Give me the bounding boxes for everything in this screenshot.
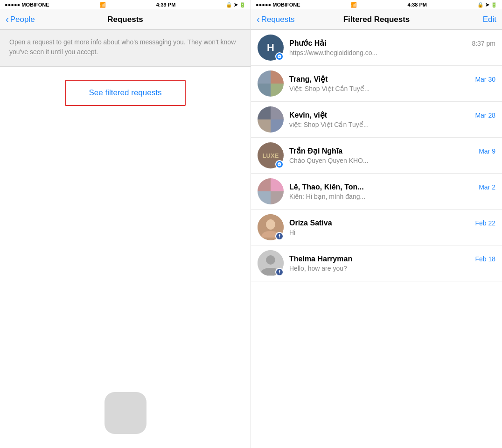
svg-point-1 xyxy=(266,219,275,230)
messenger-badge-phuoc-hai xyxy=(275,52,284,61)
contact-item-thelma-harryman[interactable]: f Thelma Harryman Feb 18 Hello, how are … xyxy=(251,245,502,281)
right-wifi-icon: 📶 xyxy=(350,2,357,8)
contact-time-kevin-viet: Mar 28 xyxy=(475,112,495,119)
contact-name-tran-dai-nghia: Trần Đại Nghĩa xyxy=(289,147,342,155)
home-button[interactable] xyxy=(105,392,146,434)
contact-preview-tran-dai-nghia: Chào Quyen Quyen KHO... xyxy=(289,157,495,164)
contact-item-tran-dai-nghia[interactable]: LUXE Trần Đại Nghĩa Mar 9 Chào Quyen Quy… xyxy=(251,138,502,174)
contact-name-le-thao-kien: Lê, Thao, Kiên, Ton... xyxy=(289,183,364,191)
right-back-button[interactable]: ‹ Requests xyxy=(257,15,295,24)
contact-time-thelma-harryman: Feb 18 xyxy=(475,255,495,263)
contact-time-tran-dai-nghia: Mar 9 xyxy=(479,147,495,155)
see-filtered-requests-button[interactable]: See filtered requests xyxy=(65,80,186,106)
contact-preview-trang-viet: Việt: Shop Việt Cần Tuyể... xyxy=(289,85,495,92)
avatar-wrap-trang-viet xyxy=(258,70,284,97)
contact-name-oriza-sativa: Oriza Sativa xyxy=(289,219,332,227)
left-nav-title: Requests xyxy=(107,15,143,24)
contact-name-kevin-viet: Kevin, việt xyxy=(289,111,327,119)
contact-header-phuoc-hai: Phước Hải 8:37 pm xyxy=(289,39,495,48)
fb-badge-thelma-harryman: f xyxy=(275,268,284,276)
right-carrier: ●●●●● MOBIFONE xyxy=(256,2,300,7)
left-carrier: ●●●●● MOBIFONE xyxy=(5,2,49,7)
right-back-chevron: ‹ xyxy=(257,14,260,24)
left-back-button[interactable]: ‹ People xyxy=(6,15,35,24)
messenger-badge-tran-dai-nghia xyxy=(275,160,284,168)
contact-preview-oriza-sativa: Hi xyxy=(289,229,495,236)
contact-preview-le-thao-kien: Kiên: Hi bạn, mình đang... xyxy=(289,193,495,200)
filtered-button-container: See filtered requests xyxy=(0,67,251,119)
contact-preview-kevin-viet: việt: Shop Việt Cần Tuyể... xyxy=(289,121,495,128)
avatar-wrap-oriza-sativa: f xyxy=(258,214,284,240)
contact-item-trang-viet[interactable]: Trang, Việt Mar 30 Việt: Shop Việt Cần T… xyxy=(251,66,502,102)
fb-badge-oriza-sativa: f xyxy=(275,232,284,240)
requests-info-box: Open a request to get more info about wh… xyxy=(0,30,251,67)
contact-time-le-thao-kien: Mar 2 xyxy=(479,183,495,191)
right-time: 4:38 PM xyxy=(407,2,427,7)
contact-header-tran-dai-nghia: Trần Đại Nghĩa Mar 9 xyxy=(289,147,495,155)
contact-info-kevin-viet: Kevin, việt Mar 28 việt: Shop Việt Cần T… xyxy=(289,111,495,128)
avatar-wrap-le-thao-kien xyxy=(258,178,284,204)
home-area xyxy=(0,392,251,448)
left-back-label: People xyxy=(10,15,35,24)
right-status-bar: ●●●●● MOBIFONE 📶 4:38 PM 🔒 ➤ 🔋 xyxy=(251,0,502,9)
left-nav-bar: ‹ People Requests xyxy=(0,9,251,30)
left-time: 4:39 PM xyxy=(156,2,176,7)
contact-time-trang-viet: Mar 30 xyxy=(475,76,495,83)
contact-header-oriza-sativa: Oriza Sativa Feb 22 xyxy=(289,219,495,227)
contact-header-le-thao-kien: Lê, Thao, Kiên, Ton... Mar 2 xyxy=(289,183,495,191)
contact-item-oriza-sativa[interactable]: f Oriza Sativa Feb 22 Hi xyxy=(251,210,502,245)
avatar-kevin-viet xyxy=(258,106,284,133)
left-status-icons: 🔒 ➤ 🔋 xyxy=(226,2,246,8)
avatar-wrap-kevin-viet xyxy=(258,106,284,133)
contact-info-thelma-harryman: Thelma Harryman Feb 18 Hello, how are yo… xyxy=(289,255,495,272)
avatar-wrap-thelma-harryman: f xyxy=(258,250,284,276)
contact-info-le-thao-kien: Lê, Thao, Kiên, Ton... Mar 2 Kiên: Hi bạ… xyxy=(289,183,495,200)
right-nav-title: Filtered Requests xyxy=(343,15,410,24)
contact-name-phuoc-hai: Phước Hải xyxy=(289,39,327,48)
contact-info-phuoc-hai: Phước Hải 8:37 pm https://www.thegioidid… xyxy=(289,39,495,56)
edit-button[interactable]: Edit xyxy=(483,15,496,24)
contact-preview-phuoc-hai: https://www.thegioididong.co... xyxy=(289,49,495,56)
avatar-wrap-phuoc-hai: H xyxy=(258,35,284,61)
contact-list: H Phước Hải 8:37 pm https://www.thegioid… xyxy=(251,30,502,448)
contact-header-kevin-viet: Kevin, việt Mar 28 xyxy=(289,111,495,119)
avatar-trang-viet xyxy=(258,70,284,97)
svg-point-3 xyxy=(266,255,275,265)
right-panel: ●●●●● MOBIFONE 📶 4:38 PM 🔒 ➤ 🔋 ‹ Request… xyxy=(251,0,502,448)
contact-item-le-thao-kien[interactable]: Lê, Thao, Kiên, Ton... Mar 2 Kiên: Hi bạ… xyxy=(251,174,502,210)
avatar-le-thao-kien xyxy=(258,178,284,204)
left-status-bar: ●●●●● MOBIFONE 📶 4:39 PM 🔒 ➤ 🔋 xyxy=(0,0,251,9)
contact-item-phuoc-hai[interactable]: H Phước Hải 8:37 pm https://www.thegioid… xyxy=(251,30,502,66)
left-wifi-icon: 📶 xyxy=(99,2,106,8)
contact-time-phuoc-hai: 8:37 pm xyxy=(472,40,495,47)
right-back-label: Requests xyxy=(261,15,295,24)
left-back-chevron: ‹ xyxy=(6,14,9,24)
contact-time-oriza-sativa: Feb 22 xyxy=(475,219,495,227)
requests-info-text: Open a request to get more info about wh… xyxy=(9,37,241,57)
right-status-icons: 🔒 ➤ 🔋 xyxy=(477,2,497,8)
contact-info-tran-dai-nghia: Trần Đại Nghĩa Mar 9 Chào Quyen Quyen KH… xyxy=(289,147,495,164)
contact-item-kevin-viet[interactable]: Kevin, việt Mar 28 việt: Shop Việt Cần T… xyxy=(251,102,502,138)
right-nav-bar: ‹ Requests Filtered Requests Edit xyxy=(251,9,502,30)
contact-info-oriza-sativa: Oriza Sativa Feb 22 Hi xyxy=(289,219,495,236)
avatar-wrap-tran-dai-nghia: LUXE xyxy=(258,142,284,168)
contact-name-thelma-harryman: Thelma Harryman xyxy=(289,255,352,263)
contact-header-trang-viet: Trang, Việt Mar 30 xyxy=(289,75,495,84)
contact-header-thelma-harryman: Thelma Harryman Feb 18 xyxy=(289,255,495,263)
left-panel: ●●●●● MOBIFONE 📶 4:39 PM 🔒 ➤ 🔋 ‹ People … xyxy=(0,0,251,448)
contact-info-trang-viet: Trang, Việt Mar 30 Việt: Shop Việt Cần T… xyxy=(289,75,495,92)
contact-name-trang-viet: Trang, Việt xyxy=(289,75,328,84)
contact-preview-thelma-harryman: Hello, how are you? xyxy=(289,265,495,272)
